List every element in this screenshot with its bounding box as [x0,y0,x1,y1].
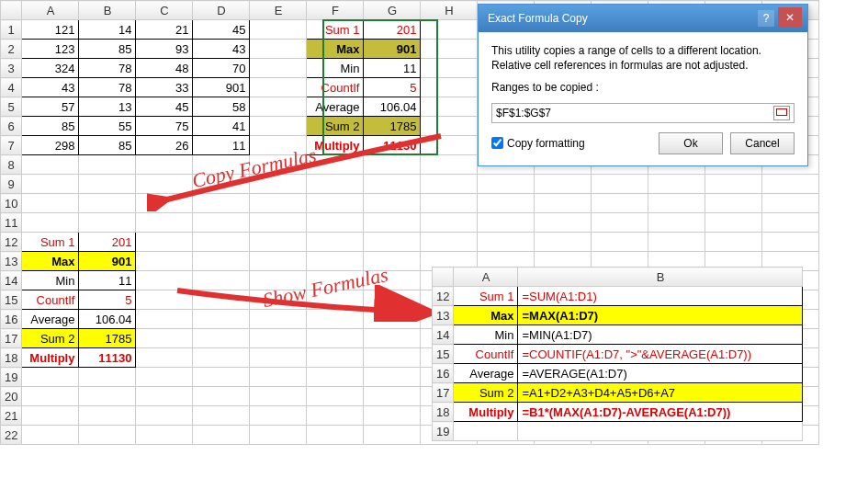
range-picker-icon[interactable] [773,106,790,120]
cell-F11[interactable] [307,213,364,233]
cell-F19[interactable] [307,368,364,387]
cell-D10[interactable] [193,194,250,213]
row-header2-12[interactable]: 12 [433,287,454,306]
cell-C9[interactable] [136,175,193,194]
range-input[interactable] [496,107,773,120]
cell-A18[interactable]: Multiply [22,348,79,368]
cell-A17[interactable]: Sum 2 [22,329,79,348]
cell-A7[interactable]: 298 [22,136,79,155]
cell-B4[interactable]: 78 [79,78,136,97]
row-header-20[interactable]: 20 [1,387,22,406]
cell-C18[interactable] [136,348,193,368]
cell-E8[interactable] [250,155,307,175]
cell-H11[interactable] [421,213,478,233]
row-header-21[interactable]: 21 [1,406,22,426]
cell-A22[interactable] [22,426,79,445]
cell-F20[interactable] [307,387,364,406]
cell-D3[interactable]: 70 [193,59,250,78]
cell-E4[interactable] [250,78,307,97]
cell-G5[interactable]: 106.04 [364,97,421,117]
cell-C17[interactable] [136,329,193,348]
close-button[interactable]: ✕ [778,7,802,28]
cell2-B18[interactable]: =B1*(MAX(A1:D7)-AVERAGE(A1:D7)) [518,403,803,422]
cell-D14[interactable] [193,271,250,290]
row-header-6[interactable]: 6 [1,117,22,136]
cell-G22[interactable] [364,426,421,445]
col-header-A[interactable]: A [22,1,79,20]
ok-button[interactable]: Ok [659,132,723,154]
cell2-A16[interactable]: Average [454,364,518,383]
cell-K12[interactable] [592,233,648,252]
cell-F2[interactable]: Max [307,40,364,59]
cell-E18[interactable] [250,348,307,368]
cell-B14[interactable]: 11 [79,271,136,290]
cell-F22[interactable] [307,426,364,445]
col-header-F[interactable]: F [307,1,364,20]
cell-D12[interactable] [193,233,250,252]
cell-F16[interactable] [307,310,364,329]
cell-E17[interactable] [250,329,307,348]
spreadsheet-formulas[interactable]: AB12Sum 1=SUM(A1:D1)13Max=MAX(A1:D7)14Mi… [432,267,803,441]
cell-D11[interactable] [193,213,250,233]
cell-A16[interactable]: Average [22,310,79,329]
cell-A4[interactable]: 43 [22,78,79,97]
cell-L10[interactable] [648,194,705,213]
cell-F5[interactable]: Average [307,97,364,117]
row-header-7[interactable]: 7 [1,136,22,155]
cell-F4[interactable]: CountIf [307,78,364,97]
row-header-16[interactable]: 16 [1,310,22,329]
cell-E19[interactable] [250,368,307,387]
cell-F17[interactable] [307,329,364,348]
copy-formatting-label[interactable]: Copy formatting [491,137,651,150]
cell-J10[interactable] [535,194,592,213]
cell-E7[interactable] [250,136,307,155]
cell-F7[interactable]: Multiply [307,136,364,155]
cell-F8[interactable] [307,155,364,175]
cell-G10[interactable] [364,194,421,213]
cell-B11[interactable] [79,213,136,233]
cell2-B13[interactable]: =MAX(A1:D7) [518,306,803,325]
cell-A5[interactable]: 57 [22,97,79,117]
row-header2-13[interactable]: 13 [433,306,454,325]
cell-B2[interactable]: 85 [79,40,136,59]
cell-A13[interactable]: Max [22,252,79,271]
cell2-A12[interactable]: Sum 1 [454,287,518,306]
cell-I12[interactable] [478,233,535,252]
col-header2-A[interactable]: A [454,267,518,287]
cell-E11[interactable] [250,213,307,233]
cell-E15[interactable] [250,290,307,310]
cell-C16[interactable] [136,310,193,329]
cell-B20[interactable] [79,387,136,406]
cell-B16[interactable]: 106.04 [79,310,136,329]
cell-B21[interactable] [79,406,136,426]
cell-D20[interactable] [193,387,250,406]
cell-G19[interactable] [364,368,421,387]
cell-D6[interactable]: 41 [193,117,250,136]
cell-D17[interactable] [193,329,250,348]
row-header-9[interactable]: 9 [1,175,22,194]
cell-D9[interactable] [193,175,250,194]
cell-A2[interactable]: 123 [22,40,79,59]
row-header2-15[interactable]: 15 [433,345,454,364]
cell-E22[interactable] [250,426,307,445]
cell-E3[interactable] [250,59,307,78]
cell-F12[interactable] [307,233,364,252]
cell-G13[interactable] [364,252,421,271]
cell-C12[interactable] [136,233,193,252]
cell-B6[interactable]: 55 [79,117,136,136]
cell-D16[interactable] [193,310,250,329]
cell-A9[interactable] [22,175,79,194]
cell-F18[interactable] [307,348,364,368]
cell-G18[interactable] [364,348,421,368]
cell-E21[interactable] [250,406,307,426]
cell-D19[interactable] [193,368,250,387]
cell-C4[interactable]: 33 [136,78,193,97]
cell-C10[interactable] [136,194,193,213]
row-header-8[interactable]: 8 [1,155,22,175]
cell-M11[interactable] [705,213,762,233]
cancel-button[interactable]: Cancel [730,132,795,154]
cell-C20[interactable] [136,387,193,406]
cell-C19[interactable] [136,368,193,387]
col-header2-B[interactable]: B [518,267,803,287]
cell-B15[interactable]: 5 [79,290,136,310]
